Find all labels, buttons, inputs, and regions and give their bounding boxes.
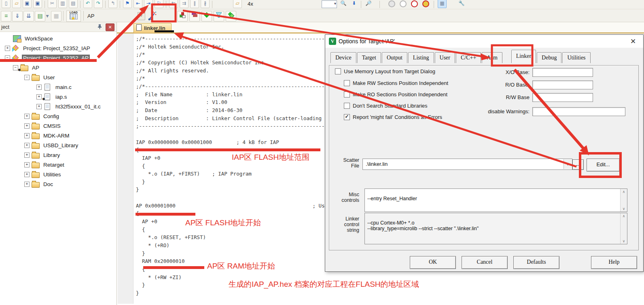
base-field-input[interactable]: [532, 107, 625, 116]
pin-icon[interactable]: [97, 24, 103, 30]
comment-icon[interactable]: ∥: [190, 0, 199, 8]
tree-expander-icon[interactable]: [24, 172, 30, 177]
dialog-tab[interactable]: Output: [382, 52, 407, 63]
save-icon[interactable]: ▣: [23, 0, 32, 8]
cut-icon[interactable]: ✂: [48, 0, 57, 8]
tree-expander-icon[interactable]: [24, 123, 30, 129]
breakpoint-insert-icon[interactable]: [388, 0, 395, 7]
dialog-button[interactable]: Help: [591, 256, 637, 269]
target-select-dropdown-icon[interactable]: ˅: [138, 12, 145, 20]
tree-item[interactable]: Config: [0, 111, 117, 121]
misc-controls-textarea[interactable]: --entry Reset_Handler ∧∨: [364, 189, 627, 212]
breakpoint-disable-all-icon[interactable]: [422, 0, 429, 7]
base-field-input[interactable]: [532, 68, 593, 77]
target-select-value[interactable]: AP: [87, 13, 94, 19]
editor-tab-linker-lin[interactable]: linker.lin: [133, 23, 172, 33]
tree-item[interactable]: Retarget: [0, 160, 117, 169]
tree-expander-icon[interactable]: [24, 114, 30, 119]
bookmark-prev-icon[interactable]: ⇤: [133, 0, 142, 8]
open-recent-icon[interactable]: ▱: [233, 0, 242, 8]
rebuild-icon[interactable]: ⇊: [23, 11, 34, 21]
tree-item-label[interactable]: Doc: [42, 181, 54, 188]
batch-build-icon[interactable]: ▤: [35, 11, 45, 21]
manage-multiproject-icon[interactable]: [189, 11, 200, 21]
tree-expander-icon[interactable]: [5, 46, 10, 51]
breakpoint-kill-icon[interactable]: [411, 0, 418, 7]
tree-item-label[interactable]: ht32f5xxxx_01_it.c: [54, 103, 102, 110]
checkbox-icon[interactable]: [335, 68, 341, 74]
tree-item-label[interactable]: Retarget: [42, 161, 66, 168]
find-in-files-icon[interactable]: 🔍: [339, 0, 348, 8]
bookmark-toggle-icon[interactable]: ⚑: [123, 0, 132, 8]
tree-expander-icon[interactable]: [5, 55, 10, 61]
linker-option-checkbox[interactable]: Don't Search Standard Libraries: [344, 103, 428, 109]
tree-item-label[interactable]: Library: [42, 152, 61, 159]
tree-expander-icon[interactable]: [24, 152, 30, 158]
close-panel-icon[interactable]: ✕: [106, 23, 114, 31]
save-all-icon[interactable]: ▣: [33, 0, 42, 8]
tree-item[interactable]: MDK-ARM: [0, 131, 117, 140]
dialog-tab[interactable]: Asm: [482, 52, 502, 63]
checkbox-icon[interactable]: [344, 91, 350, 97]
open-folder-icon[interactable]: ▱: [12, 0, 21, 8]
base-field-input[interactable]: [532, 93, 593, 102]
tree-item[interactable]: Library: [0, 150, 117, 160]
dialog-button[interactable]: OK: [410, 256, 456, 269]
tree-item[interactable]: AP: [0, 63, 117, 72]
tree-item[interactable]: iap.s: [0, 92, 117, 102]
tree-item-label[interactable]: Config: [42, 113, 60, 120]
scatter-browse-button[interactable]: ...: [572, 159, 584, 170]
tree-expander-icon[interactable]: [36, 104, 42, 109]
linker-string-scrollbar[interactable]: ∧∨: [620, 213, 627, 244]
tree-item[interactable]: USBD_Library: [0, 140, 117, 150]
bookmark-next-icon[interactable]: ⇥: [144, 0, 153, 8]
paste-icon[interactable]: ▤: [69, 0, 78, 8]
tree-item-label[interactable]: USBD_Library: [42, 142, 79, 149]
incremental-find-icon[interactable]: ⬇: [350, 0, 358, 8]
tree-item-label[interactable]: Project: Project_52352_AP: [22, 55, 90, 61]
translate-file-icon[interactable]: ≡: [1, 11, 11, 21]
dialog-close-icon[interactable]: ✕: [629, 37, 638, 46]
scatter-file-combobox[interactable]: .\linker.lin ▼: [362, 159, 572, 170]
redo-icon[interactable]: ↷: [94, 0, 103, 8]
tree-item[interactable]: Project: Project_52352_AP: [0, 53, 117, 63]
options-for-target-icon[interactable]: [147, 11, 157, 21]
linker-option-checkbox[interactable]: Report 'might fail' Conditions as Errors: [344, 114, 442, 120]
linker-option-checkbox[interactable]: Use Memory Layout from Target Dialog: [335, 68, 435, 74]
find-text-combobox[interactable]: [322, 0, 337, 8]
tree-expander-icon[interactable]: [36, 85, 42, 90]
tree-expander-icon[interactable]: [36, 94, 42, 100]
linker-control-string-textarea[interactable]: --cpu Cortex-M0+ *.o --library_type=micr…: [364, 213, 627, 244]
dialog-tab[interactable]: Debug: [537, 52, 561, 63]
checkbox-icon[interactable]: [344, 114, 350, 120]
tree-item-label[interactable]: iap.s: [54, 93, 68, 100]
search-icon[interactable]: 🔎: [364, 0, 373, 8]
manage-components-icon[interactable]: [177, 11, 188, 21]
tree-item[interactable]: Project: Project_52352_IAP: [0, 43, 117, 53]
tree-expander-icon[interactable]: [24, 143, 30, 148]
tree-item-label[interactable]: main.c: [54, 84, 73, 91]
scatter-dropdown-icon[interactable]: ▼: [564, 159, 572, 169]
tree-item[interactable]: Doc: [0, 179, 117, 189]
uncomment-icon[interactable]: ∦: [201, 0, 210, 8]
dialog-tab[interactable]: User: [435, 52, 455, 63]
scatter-edit-button[interactable]: Edit...: [587, 159, 620, 172]
dialog-title-bar[interactable]: V Options for Target 'AP' ✕: [325, 35, 643, 48]
linker-option-checkbox[interactable]: Make RO Sections Position Independent: [344, 91, 447, 97]
batch-build-dropdown-icon[interactable]: ▾: [44, 11, 50, 21]
tree-expander-icon[interactable]: [24, 162, 30, 167]
tree-item[interactable]: WorkSpace: [0, 34, 117, 43]
dialog-tab[interactable]: Utilities: [562, 52, 590, 63]
tree-item-label[interactable]: MDK-ARM: [42, 132, 71, 139]
misc-scrollbar[interactable]: ∧∨: [620, 189, 627, 212]
dialog-tab[interactable]: Target: [357, 52, 381, 63]
checkbox-icon[interactable]: [344, 103, 350, 109]
tree-item-label[interactable]: AP: [31, 64, 40, 71]
pack-installer-icon[interactable]: [214, 11, 224, 21]
dialog-tab[interactable]: C/C++: [456, 52, 481, 63]
dialog-tab[interactable]: Listing: [408, 52, 434, 63]
configure-tools-icon[interactable]: 🔧: [457, 0, 466, 8]
tree-item-label[interactable]: User: [42, 74, 56, 81]
tree-expander-icon[interactable]: [24, 75, 30, 80]
build-icon[interactable]: ⇓: [12, 11, 23, 21]
